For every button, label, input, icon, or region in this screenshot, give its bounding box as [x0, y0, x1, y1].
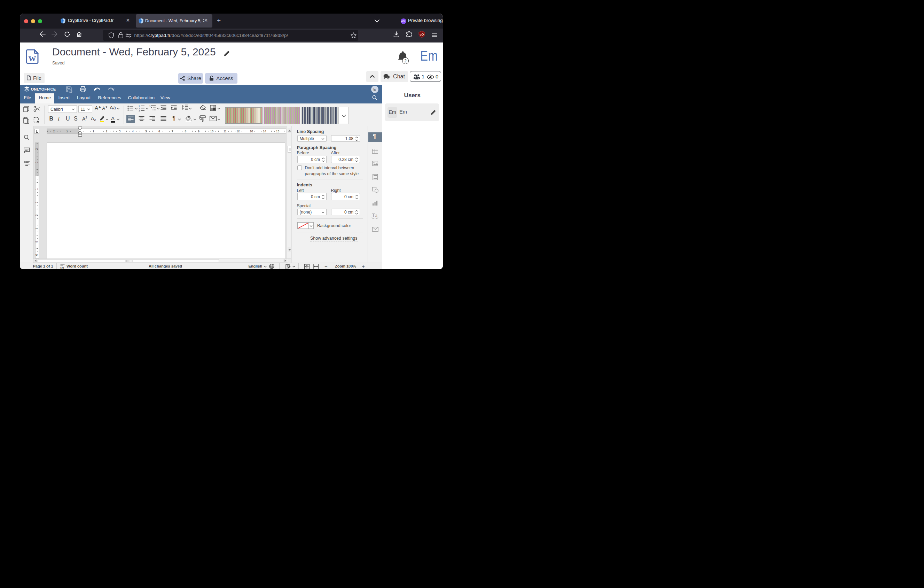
svg-text:3: 3: [139, 109, 140, 111]
svg-text:1: 1: [149, 105, 151, 107]
svg-text:123: 123: [60, 266, 64, 269]
svg-text:2: 2: [404, 58, 407, 63]
svg-text:W: W: [28, 55, 36, 63]
svg-text:uO: uO: [419, 33, 424, 36]
